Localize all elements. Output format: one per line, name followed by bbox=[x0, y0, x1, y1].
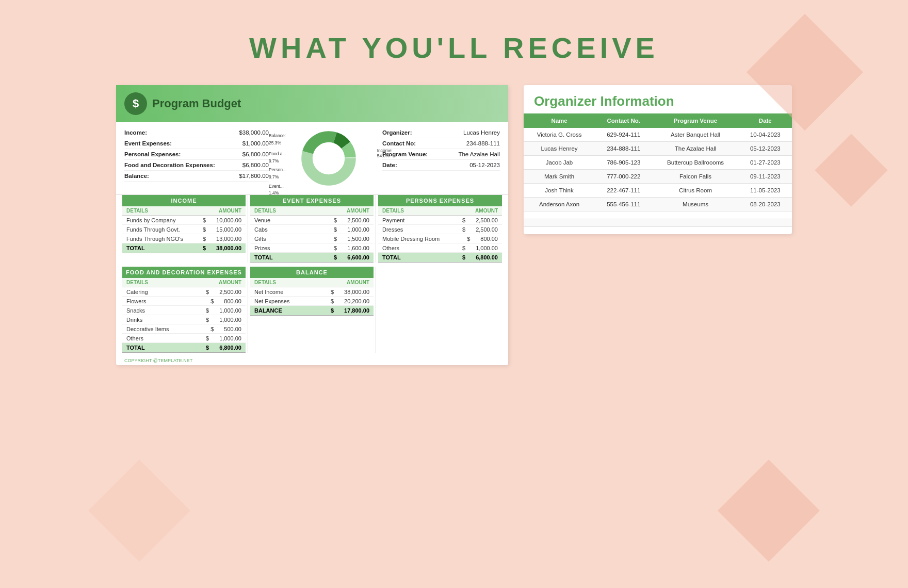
table-row: Net Income $38,000.00 bbox=[250, 287, 374, 297]
diamond-decoration-bottom-right bbox=[718, 460, 820, 562]
balance-table: BALANCE DETAILS AMOUNT Net Income $38,00… bbox=[248, 267, 376, 353]
org-cell-contact: 777-000-222 bbox=[595, 170, 652, 184]
org-cell-contact: 629-924-111 bbox=[595, 128, 652, 142]
row-label: Payment bbox=[382, 217, 404, 223]
organizer-info-row: Organizer: Lucas Henrey bbox=[382, 127, 500, 138]
food-table-header: FOOD AND DECORATION EXPENSES bbox=[122, 267, 246, 278]
table-row: Gifts $1,500.00 bbox=[250, 234, 374, 243]
row-amount: $2,500.00 bbox=[462, 217, 498, 223]
total-label: BALANCE bbox=[254, 307, 282, 314]
total-amount: $6,600.00 bbox=[334, 254, 369, 260]
event-expenses-summary-row: Event Expenses: $1,000.00 bbox=[124, 138, 269, 149]
org-cell-name bbox=[524, 211, 595, 219]
row-label: Net Expenses bbox=[254, 298, 289, 304]
org-cell-contact: 234-888-111 bbox=[595, 142, 652, 156]
legend-event: Event...1.4% bbox=[269, 183, 286, 197]
event-col-amount: AMOUNT bbox=[347, 208, 369, 214]
org-cell-date bbox=[739, 227, 792, 235]
org-cell-contact: 555-456-111 bbox=[595, 198, 652, 211]
row-label: Catering bbox=[126, 289, 148, 295]
col-header-name: Name bbox=[524, 113, 595, 128]
row-label: Net Income bbox=[254, 289, 283, 295]
food-expenses-value: $6,800.00 bbox=[242, 162, 269, 168]
food-col-header: DETAILS AMOUNT bbox=[122, 278, 246, 287]
organizer-panel-title: Organizer Information bbox=[524, 85, 792, 113]
org-cell-venue: Falcon Falls bbox=[652, 170, 738, 184]
row-amount: $800.00 bbox=[467, 236, 498, 242]
table-row: Venue $2,500.00 bbox=[250, 216, 374, 225]
food-expenses-label: Food and Decoration Expenses: bbox=[124, 162, 215, 168]
organizer-info-value: Lucas Henrey bbox=[463, 129, 500, 136]
org-cell-venue bbox=[652, 211, 738, 219]
organizer-table-header-row: Name Contact No. Program Venue Date bbox=[524, 113, 792, 128]
row-amount: $2,500.00 bbox=[462, 226, 498, 233]
bottom-tables: FOOD AND DECORATION EXPENSES DETAILS AMO… bbox=[116, 265, 508, 356]
income-col-header: DETAILS AMOUNT bbox=[122, 206, 246, 216]
org-cell-name: Mark Smith bbox=[524, 170, 595, 184]
org-cell-name: Anderson Axon bbox=[524, 198, 595, 211]
organizer-info-label: Organizer: bbox=[382, 129, 412, 136]
org-cell-venue: Citrus Room bbox=[652, 184, 738, 198]
org-cell-contact bbox=[595, 219, 652, 227]
col-header-date: Date bbox=[739, 113, 792, 128]
total-amount: $38,000.00 bbox=[203, 245, 241, 251]
balance-col-details: DETAILS bbox=[254, 280, 276, 285]
food-col-amount: AMOUNT bbox=[219, 280, 241, 285]
org-cell-contact: 222-467-111 bbox=[595, 184, 652, 198]
row-amount: $13,000.00 bbox=[203, 236, 241, 242]
row-label: Venue bbox=[254, 217, 270, 223]
org-cell-date: 08-20-2023 bbox=[739, 198, 792, 211]
legend-balance: Balance:25.3% bbox=[269, 133, 286, 146]
persons-col-details: DETAILS bbox=[382, 208, 404, 214]
table-row: Mark Smith777-000-222Falcon Falls09-11-2… bbox=[524, 170, 792, 184]
event-col-details: DETAILS bbox=[254, 208, 276, 214]
row-label: Others bbox=[382, 245, 399, 251]
row-amount: $1,600.00 bbox=[334, 245, 369, 251]
org-cell-venue: Buttercup Ballroooms bbox=[652, 156, 738, 170]
personal-expenses-label: Personal Expenses: bbox=[124, 151, 181, 157]
date-info-value: 05-12-2023 bbox=[469, 162, 500, 168]
row-label: Snacks bbox=[126, 307, 145, 314]
dollar-sign-icon: $ bbox=[133, 97, 139, 110]
org-cell-name bbox=[524, 219, 595, 227]
organizer-table: Name Contact No. Program Venue Date Vict… bbox=[524, 113, 792, 234]
legend-food: Food a...9.7% bbox=[269, 151, 286, 165]
row-label: Funds Through Govt. bbox=[126, 226, 180, 233]
budget-title: Program Budget bbox=[152, 97, 241, 110]
row-amount: $2,500.00 bbox=[206, 289, 241, 295]
org-cell-contact bbox=[595, 227, 652, 235]
org-cell-name: Victoria G. Cross bbox=[524, 128, 595, 142]
total-amount: $6,800.00 bbox=[462, 254, 498, 260]
org-cell-contact bbox=[595, 211, 652, 219]
table-row: Drinks $1,000.00 bbox=[122, 315, 246, 324]
row-label: Funds Through NGO's bbox=[126, 236, 183, 242]
content-area: $ Program Budget Income: $38,000.00 Even… bbox=[0, 64, 908, 375]
table-row bbox=[524, 227, 792, 235]
date-info-label: Date: bbox=[382, 162, 397, 168]
donut-chart-container: Balance:25.3% Food a...9.7% Person...9.7… bbox=[274, 127, 377, 189]
income-col-amount: AMOUNT bbox=[219, 208, 241, 214]
row-label: Mobile Dressing Room bbox=[382, 236, 440, 242]
row-label: Decorative Items bbox=[126, 326, 169, 332]
row-amount: $800.00 bbox=[210, 298, 241, 304]
org-cell-date: 10-04-2023 bbox=[739, 128, 792, 142]
table-row: Funds Through NGO's $13,000.00 bbox=[122, 234, 246, 243]
table-row: Lucas Henrey234-888-111The Azalae Hall05… bbox=[524, 142, 792, 156]
balance-col-amount: AMOUNT bbox=[347, 280, 369, 285]
event-col-header: DETAILS AMOUNT bbox=[250, 206, 374, 216]
table-row: Mobile Dressing Room $800.00 bbox=[378, 234, 502, 243]
copyright-text: COPYRIGHT @TEMPLATE.NET bbox=[116, 356, 508, 365]
food-expenses-summary-row: Food and Decoration Expenses: $6,800.00 bbox=[124, 160, 269, 171]
balance-total-row: BALANCE $17,800.00 bbox=[250, 306, 374, 316]
org-cell-venue: The Azalae Hall bbox=[652, 142, 738, 156]
org-cell-date: 11-05-2023 bbox=[739, 184, 792, 198]
personal-expenses-value: $6,800.00 bbox=[242, 151, 269, 157]
diamond-decoration-bottom-left bbox=[88, 460, 190, 562]
food-table: FOOD AND DECORATION EXPENSES DETAILS AMO… bbox=[120, 267, 248, 353]
row-label: Drinks bbox=[126, 317, 142, 323]
chart-legend-left: Balance:25.3% Food a...9.7% Person...9.7… bbox=[269, 133, 286, 197]
income-table: INCOME DETAILS AMOUNT Funds by Company $… bbox=[120, 195, 248, 263]
total-amount: $6,800.00 bbox=[206, 345, 241, 351]
row-label: Cabs bbox=[254, 226, 268, 233]
row-amount: $1,000.00 bbox=[462, 245, 498, 251]
